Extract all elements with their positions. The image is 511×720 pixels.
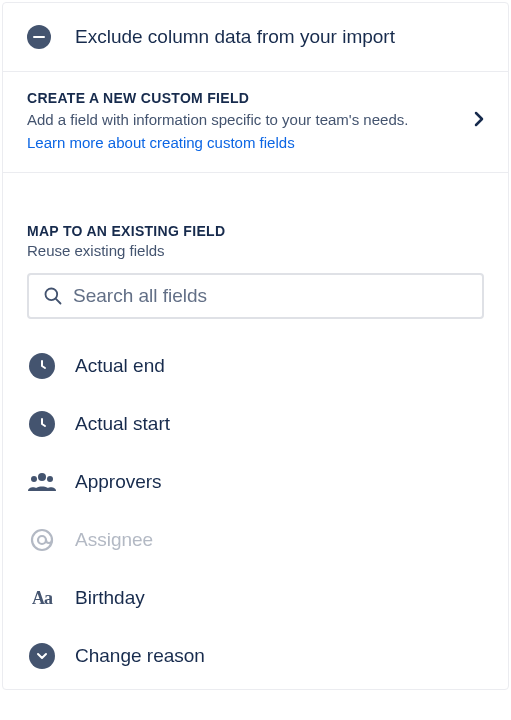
create-description: Add a field with information specific to…: [27, 110, 462, 130]
create-custom-field-option[interactable]: CREATE A NEW CUSTOM FIELD Add a field wi…: [3, 72, 508, 173]
field-option[interactable]: Actual start: [27, 395, 484, 453]
field-option[interactable]: AaBirthday: [27, 569, 484, 627]
field-icon-wrap: [27, 641, 57, 671]
search-field-wrap[interactable]: [27, 273, 484, 319]
field-list: Actual endActual startApproversAssigneeA…: [27, 337, 484, 685]
field-icon-wrap: [27, 467, 57, 497]
svg-point-2: [38, 473, 46, 481]
svg-point-6: [38, 536, 46, 544]
field-option[interactable]: Change reason: [27, 627, 484, 685]
chevron-down-circle-icon: [29, 643, 55, 669]
svg-point-3: [31, 476, 37, 482]
text-icon: Aa: [32, 588, 52, 609]
group-icon: [28, 471, 56, 493]
at-icon: [29, 527, 55, 553]
exclude-label: Exclude column data from your import: [75, 26, 395, 48]
clock-icon: [29, 353, 55, 379]
svg-point-4: [47, 476, 53, 482]
field-option[interactable]: Approvers: [27, 453, 484, 511]
field-icon-wrap: [27, 525, 57, 555]
field-icon-wrap: [27, 351, 57, 381]
map-title: MAP TO AN EXISTING FIELD: [27, 223, 484, 239]
learn-more-link[interactable]: Learn more about creating custom fields: [27, 134, 295, 151]
field-label: Birthday: [75, 587, 145, 609]
clock-icon: [29, 411, 55, 437]
chevron-right-icon: [474, 111, 484, 131]
map-subtitle: Reuse existing fields: [27, 242, 484, 259]
field-label: Assignee: [75, 529, 153, 551]
field-option: Assignee: [27, 511, 484, 569]
field-label: Actual end: [75, 355, 165, 377]
field-label: Change reason: [75, 645, 205, 667]
create-title: CREATE A NEW CUSTOM FIELD: [27, 90, 462, 106]
exclude-option[interactable]: Exclude column data from your import: [3, 3, 508, 72]
create-content: CREATE A NEW CUSTOM FIELD Add a field wi…: [27, 90, 462, 152]
field-mapping-panel: Exclude column data from your import CRE…: [2, 2, 509, 690]
minus-circle-icon: [27, 25, 51, 49]
svg-line-1: [56, 299, 61, 304]
field-label: Approvers: [75, 471, 162, 493]
map-existing-section: MAP TO AN EXISTING FIELD Reuse existing …: [3, 173, 508, 689]
field-icon-wrap: [27, 409, 57, 439]
field-label: Actual start: [75, 413, 170, 435]
search-icon: [43, 286, 63, 306]
search-input[interactable]: [73, 285, 468, 307]
field-option[interactable]: Actual end: [27, 337, 484, 395]
svg-point-5: [32, 530, 52, 550]
field-icon-wrap: Aa: [27, 583, 57, 613]
